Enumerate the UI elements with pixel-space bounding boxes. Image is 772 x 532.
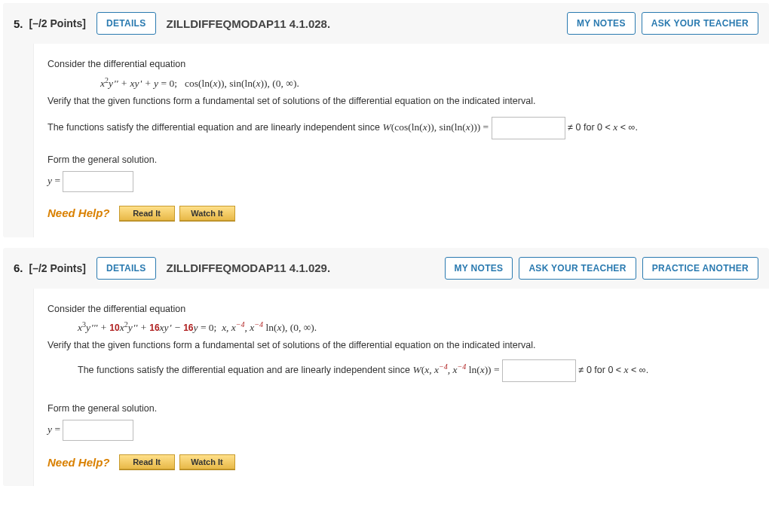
read-it-button[interactable]: Read It bbox=[119, 206, 175, 221]
textbook-ref: ZILLDIFFEQMODAP11 4.1.029. bbox=[167, 261, 331, 274]
satisfy-pre: The functions satisfy the differential e… bbox=[47, 122, 383, 133]
question-5: 5. [–/2 Points] DETAILS ZILLDIFFEQMODAP1… bbox=[3, 3, 769, 237]
question-header: 6. [–/2 Points] DETAILS ZILLDIFFEQMODAP1… bbox=[3, 248, 769, 289]
neq-text: ≠ 0 for 0 < bbox=[579, 365, 624, 375]
need-help-row: Need Help? Read It Watch It bbox=[47, 206, 755, 221]
form-text: Form the general solution. bbox=[47, 154, 755, 165]
form-text: Form the general solution. bbox=[47, 403, 755, 414]
question-points: [–/2 Points] bbox=[29, 17, 86, 29]
satisfy-pre: The functions satisfy the differential e… bbox=[78, 365, 413, 375]
wronskian-input-5[interactable] bbox=[492, 117, 565, 139]
my-notes-button[interactable]: MY NOTES bbox=[567, 12, 636, 35]
neq-text: ≠ 0 for 0 < bbox=[568, 122, 613, 133]
watch-it-button[interactable]: Watch It bbox=[179, 454, 235, 469]
consider-text: Consider the differential equation bbox=[47, 304, 755, 314]
lt-inf: < ∞. bbox=[617, 122, 638, 133]
question-number: 6. bbox=[14, 261, 23, 274]
wronskian-input-6[interactable] bbox=[502, 359, 576, 382]
question-body: Consider the differential equation x3y '… bbox=[33, 289, 769, 487]
question-number: 5. bbox=[14, 17, 23, 30]
question-points: [–/2 Points] bbox=[29, 262, 86, 274]
general-solution-input-5[interactable] bbox=[63, 171, 133, 192]
wronskian-line-5: The functions satisfy the differential e… bbox=[47, 117, 755, 139]
details-button[interactable]: DETAILS bbox=[96, 12, 156, 35]
question-header: 5. [–/2 Points] DETAILS ZILLDIFFEQMODAP1… bbox=[3, 3, 769, 44]
my-notes-button[interactable]: MY NOTES bbox=[445, 257, 513, 280]
read-it-button[interactable]: Read It bbox=[119, 454, 175, 469]
ask-teacher-button[interactable]: ASK YOUR TEACHER bbox=[519, 257, 636, 280]
verify-text: Verify that the given functions form a f… bbox=[47, 340, 755, 350]
general-solution-input-6[interactable] bbox=[63, 420, 133, 441]
practice-another-button[interactable]: PRACTICE ANOTHER bbox=[642, 257, 758, 280]
need-help-label: Need Help? bbox=[47, 456, 110, 469]
equation-6: x3y ''' + 10x2y '' + 16xy ' − 16y = 0; x… bbox=[47, 320, 755, 335]
y-equals-6: y = bbox=[47, 420, 755, 441]
y-equals-5: y = bbox=[47, 171, 755, 192]
details-button[interactable]: DETAILS bbox=[96, 257, 156, 280]
watch-it-button[interactable]: Watch It bbox=[179, 206, 235, 221]
question-body: Consider the differential equation x2y '… bbox=[33, 44, 769, 237]
need-help-label: Need Help? bbox=[47, 206, 110, 219]
textbook-ref: ZILLDIFFEQMODAP11 4.1.028. bbox=[167, 17, 331, 30]
question-6: 6. [–/2 Points] DETAILS ZILLDIFFEQMODAP1… bbox=[3, 248, 769, 487]
wronskian-line-6: The functions satisfy the differential e… bbox=[47, 359, 755, 382]
verify-text: Verify that the given functions form a f… bbox=[47, 96, 755, 106]
equation-5: x2y '' + xy ' + y = 0; cos(ln(x)), sin(l… bbox=[47, 75, 755, 90]
lt-inf: < ∞. bbox=[629, 365, 649, 375]
consider-text: Consider the differential equation bbox=[47, 59, 755, 69]
ask-teacher-button[interactable]: ASK YOUR TEACHER bbox=[642, 12, 758, 35]
need-help-row: Need Help? Read It Watch It bbox=[47, 454, 755, 469]
